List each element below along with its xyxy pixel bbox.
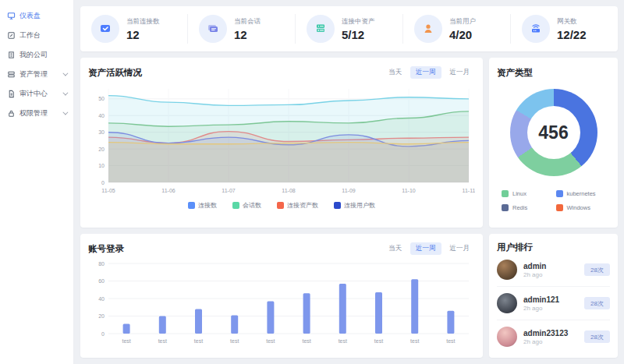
login-count-badge: 28次: [584, 263, 610, 276]
user-name: admin: [523, 262, 546, 270]
svg-text:test: test: [158, 338, 167, 344]
user-name: admin121: [523, 295, 559, 304]
legend-item-sessions[interactable]: 会话数: [232, 201, 261, 210]
filter-month[interactable]: 近一月: [445, 242, 476, 255]
filter-week[interactable]: 近一周: [410, 242, 441, 255]
legend-item-connected-users[interactable]: 连接用户数: [334, 201, 375, 210]
svg-text:0: 0: [101, 180, 105, 186]
panel-title: 用户排行: [497, 242, 533, 253]
stat-sessions: 当前会话 12: [187, 14, 295, 44]
filter-week[interactable]: 近一周: [410, 66, 441, 79]
filter-today[interactable]: 当天: [383, 242, 407, 255]
svg-text:test: test: [266, 338, 275, 344]
stat-value: 12: [234, 28, 261, 41]
asset-type-total: 456: [527, 106, 580, 159]
svg-text:11-05: 11-05: [101, 188, 115, 193]
bottom-row: 账号登录 当天 近一周 近一月 020406080testtesttesttes…: [80, 234, 618, 358]
sidebar-item-company[interactable]: 我的公司: [0, 45, 73, 65]
workbench-icon: [7, 31, 16, 40]
gateway-icon: [522, 15, 550, 43]
avatar: [497, 327, 517, 347]
legend-swatch: [556, 190, 563, 197]
asset-activity-panel: 资产活跃情况 当天 近一周 近一月 0102030405011-0511-061…: [80, 58, 483, 228]
legend-item-connections[interactable]: 连接数: [188, 201, 217, 210]
login-count-badge: 28次: [584, 330, 610, 343]
legend-label: Linux: [512, 190, 526, 197]
sidebar-item-label: 审计中心: [20, 89, 48, 99]
svg-text:10: 10: [98, 163, 105, 168]
sidebar-item-dashboard[interactable]: 仪表盘: [0, 6, 73, 26]
legend-label: kubernetes: [567, 190, 596, 197]
dashboard-icon: [7, 12, 16, 20]
sidebar-item-audit[interactable]: 审计中心: [0, 84, 73, 104]
avatar: [497, 293, 517, 313]
permission-icon: [7, 109, 16, 118]
user-rank-row[interactable]: admin121 2h ago 28次: [497, 286, 610, 320]
svg-text:test: test: [122, 338, 130, 344]
svg-text:test: test: [339, 338, 347, 344]
svg-text:test: test: [302, 338, 310, 344]
legend-item-kubernetes[interactable]: kubernetes: [556, 190, 606, 197]
asset-type-panel: 资产类型 456 Linux kubernetes: [489, 58, 618, 228]
middle-row: 资产活跃情况 当天 近一周 近一月 0102030405011-0511-061…: [80, 58, 618, 228]
stat-label: 当前用户: [449, 17, 476, 27]
svg-text:0: 0: [101, 331, 105, 337]
sidebar-item-workbench[interactable]: 工作台: [0, 26, 73, 45]
sidebar-item-permissions[interactable]: 权限管理: [0, 104, 73, 123]
panel-title: 资产类型: [497, 67, 533, 79]
stat-connections: 当前连接数 12: [80, 14, 187, 44]
sidebar-item-label: 工作台: [20, 30, 41, 41]
legend-label: Windows: [567, 204, 590, 211]
filter-month[interactable]: 近一月: [445, 66, 476, 79]
bar-chart-svg: 020406080testtesttesttesttesttesttesttes…: [88, 259, 475, 346]
sidebar: 仪表盘 工作台 我的公司 资产管理 审计中心: [0, 0, 74, 364]
svg-text:30: 30: [98, 129, 105, 135]
legend-swatch: [502, 204, 509, 211]
user-name: admin23123: [523, 329, 568, 337]
legend-label: Redis: [512, 204, 527, 211]
legend-swatch: [232, 202, 239, 209]
legend-item-linux[interactable]: Linux: [502, 190, 551, 197]
stat-gateways: 网关数 12/22: [510, 14, 618, 44]
svg-text:11-06: 11-06: [161, 188, 175, 193]
chevron-down-icon: [62, 71, 68, 76]
legend-item-windows[interactable]: Windows: [556, 204, 606, 211]
legend-swatch: [556, 204, 563, 211]
svg-text:test: test: [194, 338, 203, 344]
user-rank-row[interactable]: admin 2h ago 28次: [497, 253, 610, 286]
filter-today[interactable]: 当天: [383, 66, 407, 79]
svg-text:test: test: [374, 338, 383, 344]
legend-swatch: [188, 202, 195, 209]
area-chart-svg: 0102030405011-0511-0611-0711-0811-0911-1…: [88, 83, 475, 196]
stat-label: 连接中资产: [342, 17, 375, 27]
svg-text:20: 20: [98, 147, 105, 152]
stat-value: 5/12: [342, 28, 375, 41]
asset-type-donut-ring[interactable]: 456: [510, 89, 597, 176]
user-rank-row[interactable]: admin23123 2h ago 28次: [497, 320, 610, 353]
panel-title: 账号登录: [88, 243, 124, 255]
legend-swatch: [277, 202, 284, 209]
main-content: 当前连接数 12 当前会话 12 连接中资产 5/12: [74, 0, 624, 364]
legend-item-connected-assets[interactable]: 连接资产数: [277, 201, 318, 210]
stat-label: 网关数: [557, 17, 587, 27]
assets-icon: [7, 70, 16, 79]
stat-connected-assets: 连接中资产 5/12: [295, 14, 402, 44]
time-filter-group: 当天 近一周 近一月: [383, 242, 475, 255]
asset-type-legend: Linux kubernetes Redis Windows: [497, 190, 610, 211]
connections-icon: [91, 15, 119, 43]
svg-text:11-11: 11-11: [463, 188, 475, 193]
legend-swatch: [502, 190, 509, 197]
sidebar-item-assets[interactable]: 资产管理: [0, 65, 73, 84]
stat-label: 当前连接数: [126, 17, 160, 27]
svg-text:50: 50: [98, 96, 105, 101]
legend-item-redis[interactable]: Redis: [502, 204, 551, 211]
svg-text:11-07: 11-07: [222, 188, 235, 193]
svg-text:test: test: [410, 338, 419, 344]
user-time: 2h ago: [523, 338, 568, 345]
svg-text:80: 80: [98, 261, 105, 267]
stat-current-users: 当前用户 4/20: [402, 14, 510, 44]
app-root: 仪表盘 工作台 我的公司 资产管理 审计中心: [0, 0, 624, 364]
login-count-badge: 28次: [584, 297, 610, 309]
svg-text:40: 40: [98, 113, 105, 118]
stat-value: 12/22: [557, 28, 587, 41]
